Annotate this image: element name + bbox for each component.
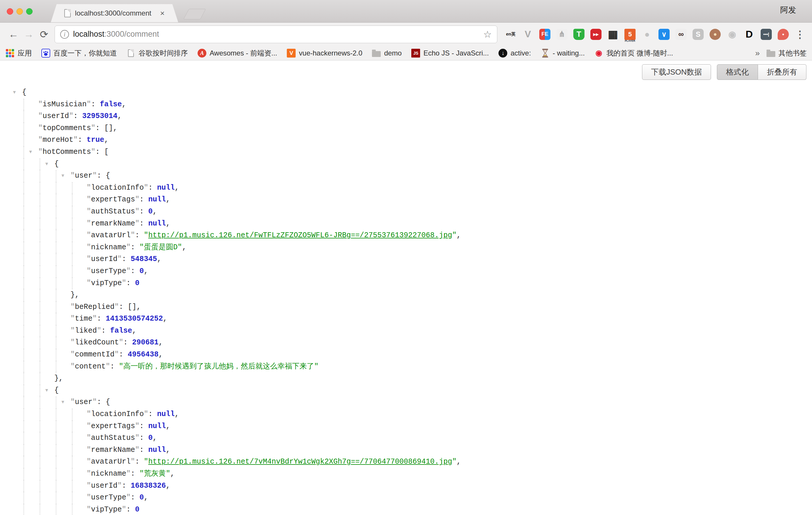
bookmark-item-apps[interactable]: 应用 xyxy=(5,49,32,58)
json-line-text: { xyxy=(0,87,812,99)
d-logo-extension-icon[interactable]: D xyxy=(743,27,756,41)
bookmark-item-echo-js[interactable]: JSEcho JS - JavaScri... xyxy=(411,49,489,58)
indent-guide xyxy=(24,408,24,421)
json-key: userType xyxy=(91,267,126,276)
json-line: "userId": 32953014, xyxy=(0,110,812,122)
json-punctuation: }, xyxy=(54,374,63,382)
password-extension-icon[interactable]: •••| xyxy=(760,27,773,41)
collapse-toggle-icon[interactable]: ▼ xyxy=(59,396,66,408)
collapse-toggle-icon[interactable]: ▼ xyxy=(59,170,66,182)
indent-guide xyxy=(24,110,24,122)
paw-extension-icon[interactable]: ● xyxy=(641,27,654,41)
s-service-extension-icon[interactable]: S xyxy=(692,27,704,41)
json-line: "expertTags": null, xyxy=(0,194,812,206)
browser-tab[interactable]: localhost:3000/comment × xyxy=(51,4,178,22)
bookmark-item-vue-hackernews[interactable]: Vvue-hackernews-2.0 xyxy=(287,49,362,58)
bookmark-star-icon[interactable]: ☆ xyxy=(483,29,492,40)
profile-name[interactable]: 阿发 xyxy=(780,5,796,15)
new-tab-button[interactable] xyxy=(183,9,206,19)
json-actions: 下载JSON数据 格式化 折叠所有 xyxy=(0,60,812,80)
address-bar[interactable]: i localhost:3000/comment ☆ xyxy=(55,26,497,43)
tab-close-icon[interactable]: × xyxy=(160,9,165,18)
format-button[interactable]: 格式化 xyxy=(717,64,758,80)
indent-guide xyxy=(24,301,24,313)
indent-guide xyxy=(40,241,40,254)
monkey-extension-icon[interactable]: ● xyxy=(709,27,722,41)
close-window-button[interactable] xyxy=(7,8,13,15)
bookmark-item-google-time-sort[interactable]: 谷歌按时间排序 xyxy=(126,49,188,58)
json-keyword-value: false xyxy=(100,100,122,109)
pocket-extension-icon[interactable]: ∨ xyxy=(658,27,670,41)
bookmark-label: 谷歌按时间排序 xyxy=(139,49,188,58)
minimize-window-button[interactable] xyxy=(17,8,23,15)
json-key: authStatus xyxy=(91,434,135,442)
bookmark-label: Awesomes - 前端资... xyxy=(210,49,277,58)
json-line-text: "userId": 548345, xyxy=(0,253,812,265)
json-line-text: "hotComments": [ xyxy=(0,146,812,158)
json-key: vipType xyxy=(91,505,122,514)
json-punctuation: [ xyxy=(104,148,109,156)
bookmark-item-weibo-home[interactable]: ◉我的首页 微博-随时... xyxy=(594,49,673,58)
bookmark-item-awesomes[interactable]: AAwesomes - 前端资... xyxy=(197,49,277,58)
bookmark-item-waiting[interactable]: - waiting... xyxy=(541,49,585,58)
other-bookmarks-label: 其他书签 xyxy=(779,49,807,58)
sitemap-extension-icon[interactable]: ⋔ xyxy=(555,27,568,41)
json-line-text: "moreHot": true, xyxy=(0,134,812,146)
json-key: expertTags xyxy=(91,422,135,430)
zoom-window-button[interactable] xyxy=(26,8,33,15)
indent-guide xyxy=(72,278,72,289)
collapse-toggle-icon[interactable]: ▼ xyxy=(43,158,50,170)
back-button[interactable]: ← xyxy=(6,28,21,40)
reload-button[interactable]: ⟳ xyxy=(36,28,52,40)
bookmark-item-baidu[interactable]: 百度一下，你就知道 xyxy=(41,49,117,58)
indent-guide xyxy=(72,492,72,504)
bookmarks-overflow-chevron[interactable]: » xyxy=(755,49,760,58)
json-line: "content": "高一听的，那时候遇到了孩儿他妈，然后就这么幸福下来了" xyxy=(0,361,812,373)
indent-guide xyxy=(72,241,72,254)
fe-extension-icon[interactable]: FE xyxy=(539,27,551,41)
json-string-value: 荒灰黄 xyxy=(144,469,166,478)
download-json-button[interactable]: 下载JSON数据 xyxy=(642,64,711,80)
indent-guide xyxy=(40,301,40,313)
indent-guide xyxy=(72,444,72,456)
bookmark-item-demo-folder[interactable]: demo xyxy=(372,49,402,58)
video-speed-extension-icon[interactable]: ▶▶ xyxy=(589,27,602,41)
json-url-link[interactable]: http://p1.music.126.net/7vM4nvBdrYw1cWgk… xyxy=(148,457,452,466)
weibo-eye-extension-icon[interactable]: ◉ xyxy=(726,27,738,41)
vue-extension-icon[interactable]: V xyxy=(521,27,534,41)
bookmark-label: 百度一下，你就知道 xyxy=(53,49,117,58)
collapse-all-button[interactable]: 折叠所有 xyxy=(758,64,806,80)
collapse-toggle-icon[interactable]: ▼ xyxy=(43,384,50,397)
browser-menu-icon[interactable]: ⋮ xyxy=(795,28,805,40)
url-text[interactable]: localhost:3000/comment xyxy=(73,30,480,39)
indent-guide xyxy=(72,230,72,241)
indent-guide xyxy=(56,194,56,206)
json-key: content xyxy=(75,362,106,371)
indent-guide xyxy=(56,492,56,504)
bookmark-item-active[interactable]: ↓active: xyxy=(498,49,531,58)
traffic-lights xyxy=(7,8,33,15)
json-keyword-value: null xyxy=(148,422,166,430)
json-number-value: 0 xyxy=(148,434,153,442)
json-key: likedCount xyxy=(75,338,119,347)
page-info-icon[interactable]: i xyxy=(60,30,69,39)
drop-extension-icon[interactable]: ● xyxy=(777,27,790,41)
indent-guide xyxy=(56,182,56,194)
indent-guide xyxy=(24,182,24,194)
json-url-link[interactable]: http://p1.music.126.net/FwTFLzZFZOZO5WFL… xyxy=(148,231,452,239)
json-line: "nickname": "荒灰黄", xyxy=(0,468,812,480)
collapse-toggle-icon[interactable]: ▼ xyxy=(11,87,18,99)
collapse-toggle-icon[interactable]: ▼ xyxy=(27,146,34,158)
translate-extension-icon[interactable]: en英 xyxy=(504,27,517,41)
indent-guide xyxy=(40,253,40,265)
json-line-text: "expertTags": null, xyxy=(0,194,812,206)
json-key: isMusician xyxy=(42,100,87,109)
json-punctuation: [] xyxy=(104,124,113,133)
indent-guide xyxy=(24,456,24,468)
json-line: ▼"user": { xyxy=(0,170,812,182)
html5-player-extension-icon[interactable]: 5PLAYER xyxy=(624,27,636,41)
incognito-mask-extension-icon[interactable]: ∞ xyxy=(675,27,688,41)
other-bookmarks-folder[interactable]: 其他书签 xyxy=(766,49,807,58)
tampermonkey-extension-icon[interactable]: T xyxy=(573,27,585,41)
qr-code-extension-icon[interactable]: ▦ xyxy=(607,27,619,41)
